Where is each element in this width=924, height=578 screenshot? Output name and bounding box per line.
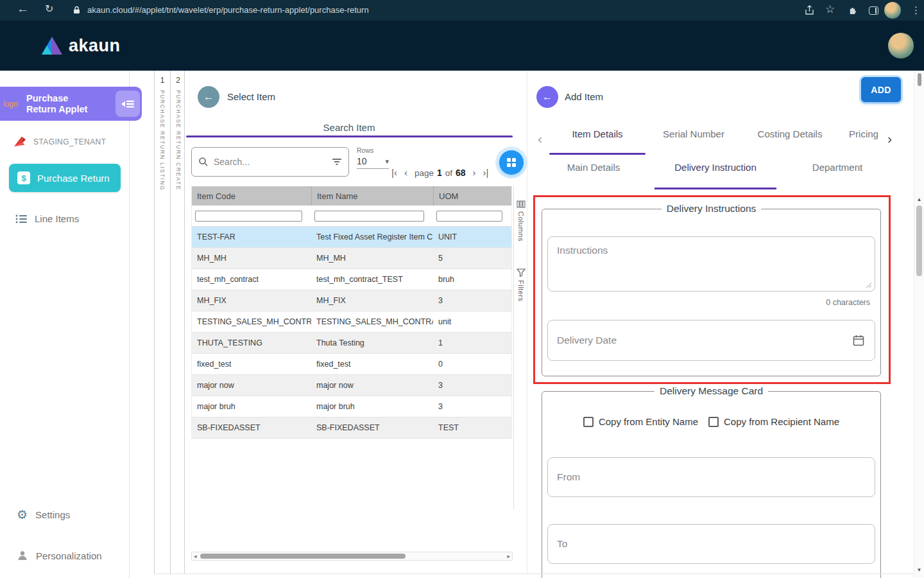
tenant-selector[interactable]: STAGING_TENANT xyxy=(13,135,106,149)
copy-entity-checkbox[interactable] xyxy=(583,417,594,427)
browser-back-icon[interactable]: ← xyxy=(17,3,29,15)
scroll-down-icon[interactable]: ▼ xyxy=(914,567,924,573)
vertical-scrollbar-thumb[interactable] xyxy=(916,206,922,276)
add-button[interactable]: ADD xyxy=(861,77,901,102)
columns-tool[interactable]: Columns xyxy=(514,200,527,241)
from-field[interactable]: From xyxy=(547,457,875,497)
cell-uom: 0 xyxy=(433,360,511,369)
workflow-strip-listing[interactable]: 1 PURCHASE RETURN LISTING xyxy=(155,71,170,574)
filter-item-code-input[interactable] xyxy=(195,211,302,222)
chevron-down-icon: ▾ xyxy=(385,157,389,166)
table-row[interactable]: TEST-FAR Test Fixed Asset Register Item … xyxy=(192,227,511,248)
copy-recipient-option[interactable]: Copy from Recipient Name xyxy=(708,416,839,427)
cell-uom: TEST xyxy=(433,423,511,432)
last-page-button[interactable]: ›| xyxy=(483,167,489,178)
url-bar[interactable]: akaun.cloud/#/applet/tnt/wavelet/erp/pur… xyxy=(87,6,369,14)
delivery-date-field[interactable]: Delivery Date xyxy=(547,320,875,361)
list-icon xyxy=(15,214,27,224)
columns-icon xyxy=(517,200,526,208)
browser-reload-icon[interactable]: ↻ xyxy=(45,4,53,14)
subtab-delivery-instruction[interactable]: Delivery Instruction xyxy=(654,162,776,173)
table-row[interactable]: TESTING_SALES_MH_CONTRACT TESTING_SALES_… xyxy=(192,311,511,333)
copy-options-row: Copy from Entity Name Copy from Recipien… xyxy=(542,416,880,427)
workflow-strips: 1 PURCHASE RETURN LISTING 2 PURCHASE RET… xyxy=(154,71,185,574)
user-avatar[interactable] xyxy=(888,33,914,58)
sidebar-item-line-items[interactable]: Line Items xyxy=(15,213,79,224)
column-header-item-name[interactable]: Item Name xyxy=(311,186,433,206)
next-page-button[interactable]: › xyxy=(473,167,476,178)
lock-icon xyxy=(73,6,80,14)
page-scrollbar-thumb[interactable] xyxy=(918,73,921,86)
scroll-right-icon[interactable]: ▸ xyxy=(507,553,510,559)
cell-uom: 3 xyxy=(433,402,511,411)
table-row[interactable]: test_mh_contract test_mh_contract_TEST b… xyxy=(192,269,511,290)
scroll-up-icon[interactable]: ▲ xyxy=(914,197,924,202)
item-search-box[interactable] xyxy=(191,147,349,177)
scroll-left-icon[interactable]: ◂ xyxy=(194,553,197,559)
side-panel-icon[interactable] xyxy=(869,6,878,15)
calendar-icon[interactable] xyxy=(853,335,864,346)
add-item-back-button[interactable]: ← xyxy=(536,86,558,108)
sidebar-collapse-button[interactable] xyxy=(116,91,140,117)
item-search-input[interactable] xyxy=(214,157,327,167)
filter-item-name-input[interactable] xyxy=(314,211,424,222)
rows-per-page-select[interactable]: Rows 10 ▾ xyxy=(357,146,389,169)
horizontal-scrollbar[interactable]: ◂ ▸ xyxy=(191,552,513,561)
items-table: Item Code Item Name UOM TEST-FAR Test Fi… xyxy=(191,186,512,439)
cell-item-name: Test Fixed Asset Register Item C... xyxy=(311,232,433,241)
sidebar-item-settings[interactable]: ⚙ Settings xyxy=(17,509,70,521)
add-item-panel: ← Add Item ADD ‹ Item Details Serial Num… xyxy=(533,71,914,578)
tabs-scroll-right-icon[interactable]: › xyxy=(887,131,892,146)
table-row[interactable]: fixed_test fixed_test 0 xyxy=(192,354,511,375)
filters-tool[interactable]: Filters xyxy=(514,268,527,301)
table-row[interactable]: MH_FIX MH_FIX 3 xyxy=(192,290,511,311)
sidebar-item-personalization[interactable]: Personalization xyxy=(17,550,102,561)
tabs-scroll-left-icon[interactable]: ‹ xyxy=(538,131,542,146)
share-icon[interactable] xyxy=(805,5,814,15)
browser-profile-avatar[interactable] xyxy=(884,2,901,19)
layout-grid-button[interactable] xyxy=(499,150,524,175)
to-field[interactable]: To xyxy=(547,524,875,564)
cell-item-code: major now xyxy=(192,381,311,390)
table-row[interactable]: major now major now 3 xyxy=(192,375,511,396)
bookmark-star-icon[interactable]: ☆ xyxy=(825,4,835,15)
workflow-strip-create[interactable]: 2 PURCHASE RETURN CREATE xyxy=(170,71,185,574)
first-page-button[interactable]: |‹ xyxy=(391,167,397,178)
tab-pricing[interactable]: Pricing xyxy=(838,128,889,139)
cell-item-name: Thuta Testing xyxy=(311,338,433,347)
tab-underline xyxy=(186,136,513,137)
tab-item-details[interactable]: Item Details xyxy=(549,128,646,139)
browser-menu-icon[interactable]: ⋮ xyxy=(911,5,921,15)
horizontal-scrollbar-thumb[interactable] xyxy=(200,554,406,559)
tab-search-item[interactable]: Search Item xyxy=(185,122,513,133)
filter-list-icon[interactable] xyxy=(332,158,342,166)
prev-page-button[interactable]: ‹ xyxy=(404,167,407,178)
table-row[interactable]: MH_MH MH_MH 5 xyxy=(192,248,511,269)
add-item-title: Add Item xyxy=(565,91,603,102)
subtab-main-details[interactable]: Main Details xyxy=(533,162,654,173)
subtab-department[interactable]: Department xyxy=(776,162,898,173)
column-header-uom[interactable]: UOM xyxy=(433,186,511,206)
sidebar-item-label: Purchase Return xyxy=(37,173,110,184)
column-header-item-code[interactable]: Item Code xyxy=(192,186,311,206)
sidebar-item-purchase-return[interactable]: $ Purchase Return xyxy=(9,164,121,192)
applet-logo: logo xyxy=(3,100,26,109)
strip-number: 1 xyxy=(155,76,170,85)
tab-costing-details[interactable]: Costing Details xyxy=(742,128,838,139)
person-icon xyxy=(17,550,28,561)
table-row[interactable]: major bruh major bruh 3 xyxy=(192,396,511,417)
table-row[interactable]: THUTA_TESTING Thuta Testing 1 xyxy=(192,333,511,354)
copy-entity-option[interactable]: Copy from Entity Name xyxy=(583,416,698,427)
cell-item-code: THUTA_TESTING xyxy=(192,338,311,347)
vertical-scrollbar[interactable]: ▲ ▼ xyxy=(914,71,924,578)
resize-handle-icon[interactable] xyxy=(866,282,872,288)
copy-recipient-checkbox[interactable] xyxy=(708,417,719,427)
strip-label: PURCHASE RETURN LISTING xyxy=(159,90,166,191)
extensions-puzzle-icon[interactable] xyxy=(848,5,858,15)
filter-uom-input[interactable] xyxy=(436,211,502,222)
table-row[interactable]: SB-FIXEDASSET SB-FIXEDASSET TEST xyxy=(192,417,511,439)
instructions-textarea[interactable]: Instructions xyxy=(547,236,875,292)
tab-serial-number[interactable]: Serial Number xyxy=(646,128,742,139)
filter-funnel-icon xyxy=(517,268,526,277)
select-item-back-button[interactable]: ← xyxy=(198,86,219,108)
